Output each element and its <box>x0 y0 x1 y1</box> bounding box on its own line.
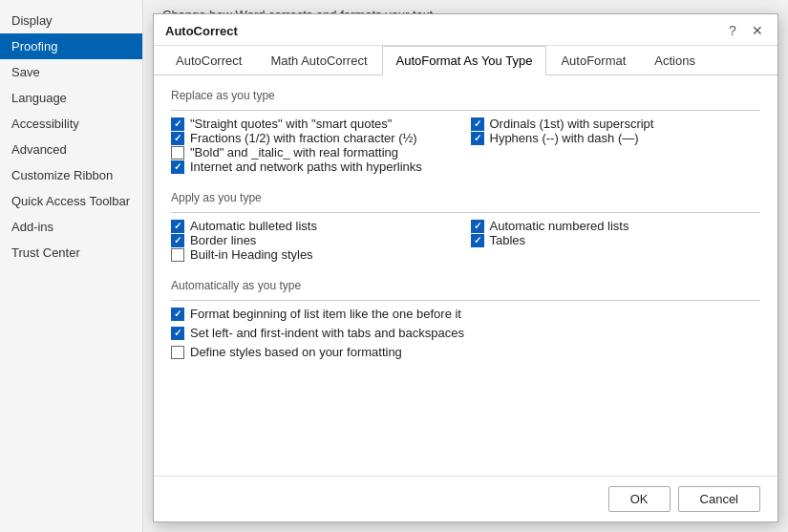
dialog-close-button[interactable]: ✕ <box>749 22 766 39</box>
tab-actions[interactable]: Actions <box>640 46 710 75</box>
dialog-controls: ? ✕ <box>724 22 766 39</box>
sidebar-item-proofing[interactable]: Proofing <box>0 33 142 59</box>
dialog-title: AutoCorrect <box>165 24 238 38</box>
check-item-bold-italic: "Bold" and _italic_ with real formatting <box>171 145 461 160</box>
check-item-fractions: Fractions (1/2) with fraction character … <box>171 131 461 145</box>
checkbox-border-lines[interactable] <box>171 234 184 247</box>
checkbox-define-styles[interactable] <box>171 346 184 359</box>
replace-check-grid: "Straight quotes" with "smart quotes" Fr… <box>171 117 760 174</box>
sidebar-item-add-ins[interactable]: Add-ins <box>0 214 142 240</box>
tab-autoformat-as-you-type[interactable]: AutoFormat As You Type <box>382 46 547 75</box>
checkbox-set-indent[interactable] <box>171 327 184 340</box>
cancel-button[interactable]: Cancel <box>678 486 760 512</box>
checkbox-fractions[interactable] <box>171 132 184 145</box>
autocorrect-dialog: AutoCorrect ? ✕ AutoCorrect Math AutoCor… <box>153 13 778 522</box>
check-item-straight-quotes: "Straight quotes" with "smart quotes" <box>171 117 461 131</box>
replace-left-col: "Straight quotes" with "smart quotes" Fr… <box>171 117 461 174</box>
section-replace-as-you-type: Replace as you type "Straight quotes" wi… <box>171 89 760 174</box>
check-item-format-list: Format beginning of list item like the o… <box>171 307 760 321</box>
sidebar-item-display[interactable]: Display <box>0 8 142 33</box>
checkbox-straight-quotes[interactable] <box>171 117 184 131</box>
check-item-heading-styles: Built-in Heading styles <box>171 247 461 262</box>
sidebar: Display Proofing Save Language Accessibi… <box>0 0 143 532</box>
checkbox-hyphens[interactable] <box>471 132 484 145</box>
check-item-ordinals: Ordinals (1st) with superscript <box>471 117 761 131</box>
tabs-bar: AutoCorrect Math AutoCorrect AutoFormat … <box>154 46 777 75</box>
section-auto-title: Automatically as you type <box>171 279 760 292</box>
sidebar-item-advanced[interactable]: Advanced <box>0 137 142 162</box>
sidebar-item-customize-ribbon[interactable]: Customize Ribbon <box>0 162 142 188</box>
checkbox-tables[interactable] <box>471 234 484 247</box>
section-apply-title: Apply as you type <box>171 191 760 204</box>
tab-autocorrect[interactable]: AutoCorrect <box>161 46 256 75</box>
section-apply-as-you-type: Apply as you type Automatic bulleted lis… <box>171 191 760 262</box>
sidebar-item-accessibility[interactable]: Accessibility <box>0 111 142 137</box>
check-item-tables: Tables <box>471 233 761 247</box>
sidebar-item-quick-access-toolbar[interactable]: Quick Access Toolbar <box>0 188 142 214</box>
section-replace-title: Replace as you type <box>171 89 760 102</box>
dialog-footer: OK Cancel <box>154 476 777 521</box>
check-item-border-lines: Border lines <box>171 233 461 247</box>
apply-right-col: Automatic numbered lists Tables <box>471 219 761 262</box>
apply-left-col: Automatic bulleted lists Border lines Bu… <box>171 219 461 262</box>
ok-button[interactable]: OK <box>608 486 671 512</box>
checkbox-internet-paths[interactable] <box>171 160 184 174</box>
section-auto-as-you-type: Automatically as you type Format beginni… <box>171 279 760 359</box>
checkbox-auto-numbered[interactable] <box>471 220 484 233</box>
tab-autoformat[interactable]: AutoFormat <box>546 46 640 75</box>
check-item-auto-numbered: Automatic numbered lists <box>471 219 761 233</box>
sidebar-item-trust-center[interactable]: Trust Center <box>0 240 142 266</box>
replace-right-col: Ordinals (1st) with superscript Hyphens … <box>471 117 761 174</box>
tab-math-autocorrect[interactable]: Math AutoCorrect <box>256 46 381 75</box>
dialog-help-button[interactable]: ? <box>724 22 741 39</box>
check-item-internet-paths: Internet and network paths with hyperlin… <box>171 160 461 174</box>
check-item-define-styles: Define styles based on your formatting <box>171 345 760 359</box>
check-item-auto-bulleted: Automatic bulleted lists <box>171 219 461 233</box>
dialog-body: Replace as you type "Straight quotes" wi… <box>154 75 777 476</box>
sidebar-item-language[interactable]: Language <box>0 85 142 111</box>
main-content: Change how Word corrects and formats you… <box>143 0 788 532</box>
checkbox-auto-bulleted[interactable] <box>171 220 184 233</box>
check-item-set-indent: Set left- and first-indent with tabs and… <box>171 326 760 340</box>
dialog-titlebar: AutoCorrect ? ✕ <box>154 14 777 46</box>
checkbox-format-list[interactable] <box>171 308 184 321</box>
auto-check-single: Format beginning of list item like the o… <box>171 307 760 359</box>
check-item-hyphens: Hyphens (--) with dash (—) <box>471 131 761 145</box>
checkbox-heading-styles[interactable] <box>171 248 184 262</box>
apply-check-grid: Automatic bulleted lists Border lines Bu… <box>171 219 760 262</box>
checkbox-ordinals[interactable] <box>471 117 484 131</box>
sidebar-item-save[interactable]: Save <box>0 59 142 85</box>
checkbox-bold-italic[interactable] <box>171 146 184 160</box>
